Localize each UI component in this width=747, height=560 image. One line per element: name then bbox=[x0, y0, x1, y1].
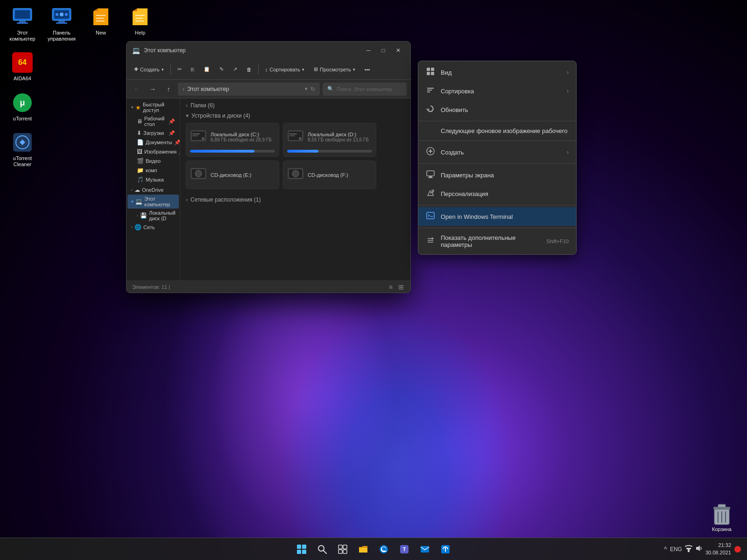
folders-section-header[interactable]: › Папки (6) bbox=[186, 102, 405, 109]
close-button[interactable]: ✕ bbox=[392, 44, 405, 57]
svg-rect-60 bbox=[428, 177, 433, 178]
taskbar-store-button[interactable] bbox=[436, 540, 455, 559]
sidebar-item-docs[interactable]: 📄 Документы 📌 bbox=[127, 138, 179, 147]
maximize-button[interactable]: □ bbox=[377, 44, 390, 57]
recycle-bin[interactable]: Корзина bbox=[711, 502, 733, 532]
ctx-next-wallpaper[interactable]: Следующее фоновое изображение рабочего bbox=[418, 123, 576, 139]
svg-line-69 bbox=[324, 551, 326, 553]
devices-section-header[interactable]: ▾ Устройства и диски (4) bbox=[186, 112, 405, 119]
forward-button[interactable]: → bbox=[146, 83, 159, 96]
taskbar-mail-button[interactable] bbox=[416, 540, 434, 559]
network-section-header[interactable]: › Сетевые расположения (1) bbox=[186, 196, 405, 203]
list-view-button[interactable]: ≡ bbox=[388, 283, 394, 291]
more-button[interactable]: ••• bbox=[361, 65, 374, 74]
view-icon: ⊞ bbox=[314, 66, 318, 72]
clock-time: 21:32 bbox=[705, 542, 731, 549]
start-button[interactable] bbox=[292, 540, 311, 559]
svg-point-42 bbox=[198, 173, 199, 174]
svg-rect-15 bbox=[135, 18, 143, 19]
ctx-sort[interactable]: Сортировка › bbox=[418, 82, 576, 100]
ctx-sort-label: Сортировка bbox=[441, 88, 561, 95]
music-icon-small: 🎵 bbox=[137, 176, 144, 183]
ctx-refresh[interactable]: Обновить bbox=[418, 100, 576, 119]
ctx-open-terminal[interactable]: Open in Windows Terminal bbox=[418, 207, 576, 226]
minimize-button[interactable]: ─ bbox=[362, 44, 375, 57]
desktop-icon-new[interactable]: New bbox=[82, 4, 120, 44]
tray-network[interactable] bbox=[685, 545, 692, 553]
taskbar-teams-button[interactable]: T bbox=[395, 540, 414, 559]
folders-section-label: Папки (6) bbox=[190, 102, 215, 109]
sort-button[interactable]: ↕ Сортировать ▾ bbox=[261, 65, 308, 74]
address-dropdown[interactable]: ▾ bbox=[305, 86, 308, 92]
ctx-personalize[interactable]: Персонализация bbox=[418, 184, 576, 203]
f-drive-item[interactable]: CD-дисковод (F:) bbox=[283, 161, 376, 189]
c-drive-header: Локальный диск (C:) 6,89 ГБ свободно из … bbox=[190, 127, 275, 147]
tray-lang[interactable]: ENG bbox=[670, 546, 682, 553]
desktop-icon-utorrent-cleaner[interactable]: uTorrent Cleaner bbox=[4, 129, 41, 169]
svg-rect-3 bbox=[17, 22, 28, 24]
task-view-button[interactable] bbox=[333, 540, 352, 559]
addressbar: ← → ↑ › Этот компьютер ▾ ↻ 🔍 Поиск: Этот… bbox=[127, 80, 410, 98]
ctx-view[interactable]: Вид › bbox=[418, 63, 576, 82]
back-button[interactable]: ← bbox=[130, 83, 143, 96]
search-box[interactable]: 🔍 Поиск: Этот компьютер bbox=[323, 83, 407, 96]
desktop-icon-control-panel[interactable]: Панель управления bbox=[43, 4, 80, 44]
svg-rect-67 bbox=[302, 550, 306, 554]
address-box[interactable]: › Этот компьютер ▾ ↻ bbox=[178, 83, 320, 96]
d-drive-item[interactable]: Локальный диск (D:) 8,55 ГБ свободно из … bbox=[283, 123, 376, 157]
notification-area[interactable] bbox=[734, 546, 741, 553]
sidebar-item-onedrive[interactable]: › ☁ OneDrive bbox=[127, 185, 179, 195]
sidebar-item-images[interactable]: 🖼 Изображения 📌 bbox=[127, 147, 179, 156]
sidebar-item-downloads[interactable]: ⬇ Загрузки 📌 bbox=[127, 128, 179, 138]
up-button[interactable]: ↑ bbox=[162, 83, 175, 96]
desktop-icon-this-pc[interactable]: Этот компьютер bbox=[4, 4, 41, 44]
sidebar-item-video[interactable]: 🎬 Видео bbox=[127, 156, 179, 166]
c-drive-item[interactable]: Локальный диск (C:) 6,89 ГБ свободно из … bbox=[186, 123, 279, 157]
context-menu: Вид › Сортировка › Обновить Следующее фо… bbox=[418, 61, 577, 255]
sidebar-item-local-d[interactable]: › 💾 Локальный диск (D bbox=[127, 209, 179, 223]
view-button[interactable]: ⊞ Просмотреть ▾ bbox=[310, 64, 359, 74]
downloads-icon-small: ⬇ bbox=[137, 130, 141, 136]
sidebar-quick-access[interactable]: ▾ ★ Быстрый доступ bbox=[127, 100, 179, 114]
taskbar-edge-button[interactable] bbox=[374, 540, 393, 559]
ctx-display[interactable]: Параметры экрана bbox=[418, 166, 576, 184]
e-drive-item[interactable]: CD-дисковод (E:) bbox=[186, 161, 279, 189]
ctx-refresh-label: Обновить bbox=[441, 106, 569, 113]
cut-button[interactable]: ✂ bbox=[174, 64, 185, 74]
sidebar-item-network[interactable]: › 🌐 Сеть bbox=[127, 223, 179, 232]
rename-button[interactable]: ✎ bbox=[216, 64, 227, 74]
network-chevron: › bbox=[131, 225, 133, 230]
items-count: Элементов: 11 bbox=[132, 284, 167, 290]
sidebar-local-d-label: Локальный диск (D bbox=[149, 210, 176, 221]
share-button[interactable]: ↗ bbox=[229, 64, 241, 74]
taskbar-explorer-button[interactable] bbox=[354, 540, 373, 559]
ctx-create[interactable]: Создать › bbox=[418, 143, 576, 161]
paste-button[interactable]: 📋 bbox=[200, 64, 214, 74]
sidebar-item-comp[interactable]: 📁 комп bbox=[127, 166, 179, 175]
sidebar-item-desktop[interactable]: 🖥 Рабочий стол 📌 bbox=[127, 114, 179, 128]
refresh-button[interactable]: ↻ bbox=[310, 86, 315, 92]
grid-view-button[interactable]: ⊞ bbox=[397, 283, 405, 291]
search-button[interactable] bbox=[313, 540, 331, 559]
delete-button[interactable]: 🗑 bbox=[243, 65, 255, 74]
desktop-icon-aida64[interactable]: 64 AIDA64 bbox=[4, 49, 41, 84]
rename-icon: ✎ bbox=[219, 66, 224, 72]
tray-chevron[interactable]: ^ bbox=[664, 546, 667, 553]
create-button[interactable]: ✚ Создать ▾ bbox=[130, 64, 168, 74]
sidebar-item-this-pc[interactable]: ▾ 💻 Этот компьютер bbox=[127, 195, 179, 209]
ctx-separator-4 bbox=[418, 205, 576, 205]
sidebar-onedrive-label: OneDrive bbox=[142, 187, 163, 193]
sidebar-item-music[interactable]: 🎵 Музыка bbox=[127, 175, 179, 184]
svg-rect-36 bbox=[289, 133, 297, 134]
copy-button[interactable]: ⎘ bbox=[187, 65, 198, 74]
titlebar-title: Этот компьютер bbox=[144, 47, 362, 54]
clock[interactable]: 21:32 30.08.2021 bbox=[705, 542, 731, 556]
desktop-icon-help[interactable]: Help bbox=[121, 4, 159, 44]
ctx-personalize-label: Персонализация bbox=[441, 190, 569, 197]
ctx-more-options[interactable]: Показать дополнительные параметры Shift+… bbox=[418, 230, 576, 252]
tray-volume[interactable] bbox=[695, 545, 703, 553]
delete-icon: 🗑 bbox=[247, 67, 252, 72]
system-tray: ^ ENG 21:32 30.08.2021 bbox=[664, 542, 741, 556]
c-drive-space: 6,89 ГБ свободно из 28,9 ГБ bbox=[211, 137, 275, 142]
desktop-icon-utorrent[interactable]: μ uTorrent bbox=[4, 90, 41, 124]
